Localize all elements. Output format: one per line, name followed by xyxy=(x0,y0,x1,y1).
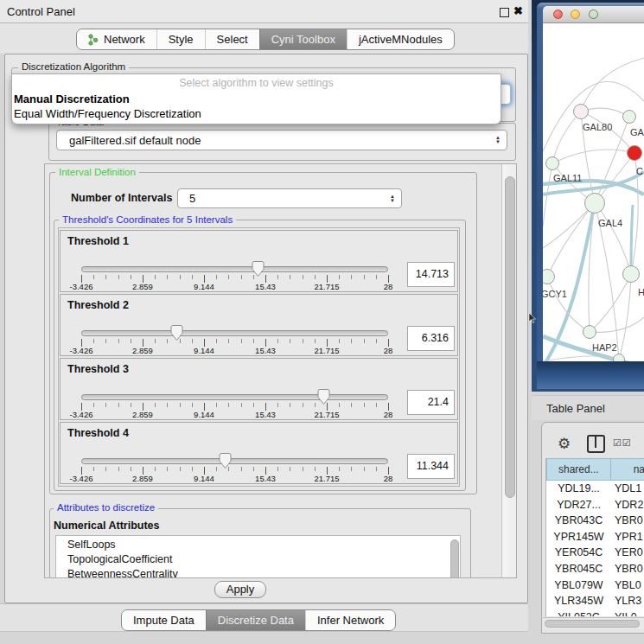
table-row[interactable]: YER054CYER0 xyxy=(546,545,644,561)
attribute-item-selfloops[interactable]: SelfLoops xyxy=(67,539,116,551)
numerical-attributes-list[interactable]: SelfLoopsTopologicalCoefficientBetweenne… xyxy=(55,535,461,578)
slider-minor-tick xyxy=(253,339,254,343)
cell-shared-name: YIL052C xyxy=(546,609,611,616)
mac-minimize-button[interactable] xyxy=(571,10,580,19)
slider-handle[interactable] xyxy=(170,324,183,341)
slider-minor-tick xyxy=(339,275,340,279)
slider-handle[interactable] xyxy=(219,452,232,469)
tab-select[interactable]: Select xyxy=(205,29,259,49)
table-hscrollbar[interactable] xyxy=(543,617,644,629)
gear-icon[interactable]: ⚙ xyxy=(558,435,571,453)
table-data-combo[interactable]: galFiltered.sif default node ▲▼ xyxy=(56,130,507,150)
slider-minor-tick xyxy=(155,275,156,279)
cell-name: YBR0 xyxy=(611,561,644,577)
column-split-icon[interactable] xyxy=(587,435,605,453)
slider-handle[interactable] xyxy=(317,388,330,405)
slider-minor-tick xyxy=(364,339,365,343)
tab-style[interactable]: Style xyxy=(156,29,205,49)
mac-close-button[interactable] xyxy=(553,10,563,19)
table-rows: YDL19...YDL1YDR27...YDR2YBR043CYBR0YPR14… xyxy=(546,481,644,616)
network-node-node-bottom-small[interactable] xyxy=(613,354,625,361)
tab-impute-data[interactable]: Impute Data xyxy=(122,610,206,630)
slider-minor-tick xyxy=(167,339,168,343)
cyni-toolbox-panel: Discretization Algorithm Select algorith… xyxy=(4,54,528,603)
column-header-name[interactable]: na xyxy=(611,458,644,481)
slider-minor-tick xyxy=(192,403,193,407)
threshold-value-field[interactable]: 6.316 xyxy=(407,326,455,351)
network-node-node-right-h[interactable] xyxy=(622,265,640,283)
slider-minor-tick xyxy=(303,403,303,407)
slider-minor-tick xyxy=(241,403,242,407)
network-node-gal4[interactable] xyxy=(584,193,605,214)
network-node-gal80[interactable] xyxy=(573,104,589,119)
slider-minor-tick xyxy=(167,403,168,407)
tab-infer-network[interactable]: Infer Network xyxy=(305,610,395,630)
bottom-tab-bar: Impute DataDiscretize DataInfer Network xyxy=(121,609,396,631)
table-row[interactable]: YBR045CYBR0 xyxy=(546,561,644,577)
tab-network[interactable]: Network xyxy=(77,29,156,49)
tab-label: Discretize Data xyxy=(218,614,294,627)
table-row[interactable]: YPR145WYPR1 xyxy=(546,529,644,545)
tab-label: Style xyxy=(169,33,194,46)
slider-minor-tick xyxy=(105,467,106,471)
slider-tick-label: 9.144 xyxy=(185,410,223,419)
threshold-value-field[interactable]: 11.344 xyxy=(407,454,455,479)
network-node-hap2[interactable] xyxy=(583,325,596,339)
node-table: shared... na YDL19...YDL1YDR27...YDR2YBR… xyxy=(545,458,644,616)
slider-minor-tick xyxy=(155,339,156,343)
table-row[interactable]: YLR345WYLR3 xyxy=(546,593,644,609)
list-scrollbar-thumb[interactable] xyxy=(450,539,459,578)
slider-tick-label: 28 xyxy=(369,282,407,291)
slider-track[interactable] xyxy=(81,394,388,400)
network-node-node-top-right[interactable] xyxy=(622,110,636,124)
slider-minor-tick xyxy=(290,467,290,471)
slider-minor-tick xyxy=(277,339,278,343)
float-window-icon[interactable] xyxy=(500,8,509,17)
slider-minor-tick xyxy=(315,467,316,471)
slider-tick-label: 2.859 xyxy=(124,474,162,483)
threshold-value-field[interactable]: 21.4 xyxy=(407,390,455,415)
threshold-value-field[interactable]: 14.713 xyxy=(407,262,455,287)
number-of-intervals-combo[interactable]: 5 ▲▼ xyxy=(177,188,402,208)
network-window-titlebar[interactable] xyxy=(543,6,644,23)
slider-track[interactable] xyxy=(81,458,388,464)
attribute-item-betweennesscentrality[interactable]: BetweennessCentrality xyxy=(67,568,178,578)
slider-track[interactable] xyxy=(81,330,388,336)
slider-minor-tick xyxy=(167,467,168,471)
network-canvas[interactable]: GAL80GACGAL11GAL4GCY1HHAP2 xyxy=(543,23,644,361)
close-icon[interactable]: ✖ xyxy=(513,4,523,17)
popup-option-manual-discretization[interactable]: Manual Discretization xyxy=(14,92,130,105)
select-columns-icon[interactable]: ☑☑ xyxy=(613,437,632,449)
table-row[interactable]: YDR27...YDR2 xyxy=(546,497,644,513)
tab-cyni-toolbox[interactable]: Cyni Toolbox xyxy=(259,29,347,49)
network-node-gal11[interactable] xyxy=(545,156,559,170)
slider-minor-tick xyxy=(364,467,365,471)
bottom-tab-strip: Impute DataDiscretize DataInfer Network xyxy=(0,603,532,632)
scrollpane-scrollbar[interactable] xyxy=(501,164,517,578)
apply-button[interactable]: Apply xyxy=(214,581,266,598)
control-panel: Control Panel ✖ NetworkStyleSelectCyni T… xyxy=(0,0,532,644)
network-node-label: GCY1 xyxy=(543,289,567,299)
network-edge xyxy=(552,112,581,163)
slider-handle[interactable] xyxy=(252,260,265,277)
table-row[interactable]: YDL19...YDL1 xyxy=(546,481,644,497)
slider-minor-tick xyxy=(376,403,377,407)
popup-option-equal-width[interactable]: Equal Width/Frequency Discretization xyxy=(14,107,201,120)
mac-zoom-button[interactable] xyxy=(589,10,598,19)
attribute-item-topologicalcoefficient[interactable]: TopologicalCoefficient xyxy=(67,553,172,565)
column-header-shared-name[interactable]: shared... xyxy=(546,458,611,481)
slider-minor-tick xyxy=(93,403,94,407)
cell-shared-name: YBR045C xyxy=(546,561,611,577)
slider-track[interactable] xyxy=(81,266,388,272)
table-hscrollbar-thumb[interactable] xyxy=(545,620,640,628)
table-row[interactable]: YBR043CYBR0 xyxy=(546,513,644,529)
tab-jactivemnodules[interactable]: jActiveMNodules xyxy=(347,29,454,49)
network-node-selected-red-node[interactable] xyxy=(627,145,642,161)
scrollpane-scrollbar-thumb[interactable] xyxy=(505,176,515,498)
table-row[interactable]: YBL079WYBL0 xyxy=(546,577,644,594)
slider-minor-tick xyxy=(364,403,365,407)
slider-minor-tick xyxy=(253,467,254,471)
tab-label: Impute Data xyxy=(133,614,194,627)
table-row[interactable]: YIL052CYIL0 xyxy=(546,609,644,616)
tab-discretize-data[interactable]: Discretize Data xyxy=(206,610,305,630)
